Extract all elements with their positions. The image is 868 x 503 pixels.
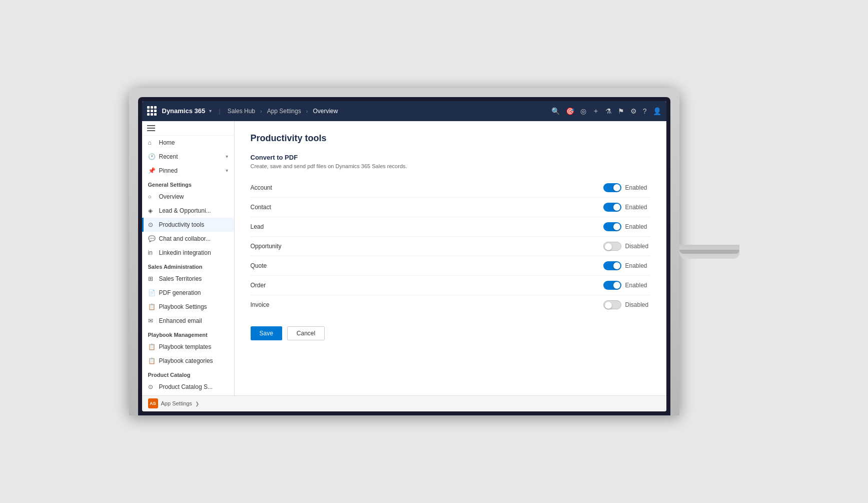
toggle-thumb <box>613 184 620 191</box>
settings-icon[interactable]: ⚙ <box>630 107 637 115</box>
sidebar-item-chat[interactable]: 💬 Chat and collabor... <box>142 232 234 246</box>
settings-row-label: Lead <box>251 223 603 230</box>
app-settings-badge: AS <box>148 398 158 408</box>
recent-chevron-icon: ▾ <box>226 154 228 159</box>
app-settings-bar-item[interactable]: AS App Settings ❯ <box>148 398 199 408</box>
sidebar-item-pinned[interactable]: 📌 Pinned ▾ <box>142 164 234 178</box>
add-icon[interactable]: ＋ <box>592 107 599 116</box>
settings-row: LeadEnabled <box>251 217 650 237</box>
cancel-button[interactable]: Cancel <box>287 326 325 340</box>
toggle-thumb <box>613 262 620 269</box>
settings-row: QuoteEnabled <box>251 256 650 276</box>
sidebar-item-product-catalog[interactable]: ⊙ Product Catalog S... <box>142 380 234 394</box>
filter-icon[interactable]: ⚗ <box>605 107 612 115</box>
settings-row: ContactEnabled <box>251 198 650 217</box>
pinned-chevron-icon: ▾ <box>226 168 228 173</box>
section-playbook-management: Playbook Management <box>142 328 234 340</box>
search-icon[interactable]: 🔍 <box>551 107 560 115</box>
sidebar-item-chat-label: Chat and collabor... <box>159 235 211 242</box>
sidebar-item-playbook-templates-label: Playbook templates <box>159 343 212 350</box>
toggle-wrapper: Enabled <box>603 281 650 290</box>
sidebar-item-linkedin[interactable]: in Linkedin integration <box>142 246 234 260</box>
location-icon[interactable]: ◎ <box>580 107 586 115</box>
app-settings-bar-label: App Settings <box>161 400 192 406</box>
top-nav-right: 🔍 🎯 ◎ ＋ ⚗ ⚑ ⚙ ? 👤 <box>551 107 661 116</box>
sidebar: ⌂ Home 🕐 Recent ▾ 📌 Pinned ▾ General Set… <box>142 121 235 395</box>
playbook-templates-icon: 📋 <box>148 343 155 350</box>
toggle-status-label: Disabled <box>625 301 650 308</box>
toggle-contact[interactable] <box>603 203 621 212</box>
settings-row: OpportunityDisabled <box>251 237 650 256</box>
email-icon: ✉ <box>148 317 155 324</box>
nav-arrow-icon: › <box>260 108 262 114</box>
toggle-wrapper: Enabled <box>603 203 650 212</box>
app-chevron-icon[interactable]: ▾ <box>209 108 212 114</box>
section-general-settings: General Settings <box>142 178 234 190</box>
chat-icon: 💬 <box>148 235 155 242</box>
help-icon[interactable]: ? <box>643 107 647 115</box>
sidebar-item-pinned-label: Pinned <box>159 167 178 174</box>
toggle-account[interactable] <box>603 183 621 192</box>
settings-row-label: Contact <box>251 204 603 211</box>
toggle-quote[interactable] <box>603 261 621 270</box>
sidebar-item-recent-label: Recent <box>159 153 178 160</box>
sidebar-item-overview-label: Overview <box>159 193 184 200</box>
settings-row-label: Order <box>251 282 603 289</box>
toggle-order[interactable] <box>603 281 621 290</box>
sidebar-item-lead[interactable]: ◈ Lead & Opportuni... <box>142 204 234 218</box>
section-title: Convert to PDF <box>251 154 650 161</box>
app-settings-chevron-icon: ❯ <box>195 401 199 406</box>
toggle-status-label: Enabled <box>625 223 650 230</box>
toggle-invoice[interactable] <box>603 300 621 309</box>
toggle-thumb <box>613 223 620 230</box>
overview-icon: ○ <box>148 193 155 200</box>
settings-row-label: Opportunity <box>251 243 603 250</box>
sidebar-item-overview[interactable]: ○ Overview <box>142 190 234 204</box>
settings-row: InvoiceDisabled <box>251 295 650 314</box>
lead-icon: ◈ <box>148 207 155 214</box>
section-sales-admin: Sales Administration <box>142 260 234 272</box>
playbook-categories-icon: 📋 <box>148 357 155 364</box>
sidebar-item-home[interactable]: ⌂ Home <box>142 136 234 150</box>
home-icon: ⌂ <box>148 139 155 146</box>
sidebar-item-playbook-settings[interactable]: 📋 Playbook Settings <box>142 300 234 314</box>
sidebar-item-pdf-generation-label: PDF generation <box>159 289 201 296</box>
productivity-icon: ⊙ <box>148 221 155 228</box>
top-nav: Dynamics 365 ▾ | Sales Hub › App Setting… <box>142 101 666 121</box>
sidebar-item-pdf-generation[interactable]: 📄 PDF generation <box>142 286 234 300</box>
breadcrumb-app-settings[interactable]: App Settings <box>267 108 301 115</box>
toggle-lead[interactable] <box>603 222 621 231</box>
toggle-wrapper: Disabled <box>603 300 650 309</box>
sidebar-item-enhanced-email[interactable]: ✉ Enhanced email <box>142 314 234 328</box>
target-icon[interactable]: 🎯 <box>566 107 574 115</box>
sidebar-item-recent[interactable]: 🕐 Recent ▾ <box>142 150 234 164</box>
settings-row-label: Quote <box>251 262 603 269</box>
bottom-bar: AS App Settings ❯ <box>142 395 666 411</box>
toggle-wrapper: Disabled <box>603 242 650 251</box>
sidebar-item-playbook-categories-label: Playbook categories <box>159 357 213 364</box>
settings-table: AccountEnabledContactEnabledLeadEnabledO… <box>251 178 650 314</box>
user-icon[interactable]: 👤 <box>653 107 661 115</box>
hamburger-icon[interactable] <box>147 125 229 131</box>
content-area: Productivity tools Convert to PDF Create… <box>235 121 666 395</box>
sidebar-item-productivity[interactable]: ⊙ Productivity tools <box>142 218 234 232</box>
pdf-icon: 📄 <box>148 289 155 296</box>
toggle-thumb <box>605 302 612 309</box>
top-nav-left: Dynamics 365 ▾ | Sales Hub › App Setting… <box>147 106 338 116</box>
sidebar-hamburger[interactable] <box>142 121 234 136</box>
waffle-icon[interactable] <box>147 106 157 116</box>
sidebar-item-playbook-templates[interactable]: 📋 Playbook templates <box>142 340 234 354</box>
toggle-thumb <box>613 204 620 211</box>
toggle-opportunity[interactable] <box>603 242 621 251</box>
laptop-base <box>679 245 739 259</box>
app-name[interactable]: Dynamics 365 <box>162 107 206 115</box>
breadcrumb-sales-hub[interactable]: Sales Hub <box>228 108 255 115</box>
toggle-wrapper: Enabled <box>603 222 650 231</box>
sidebar-item-sales-territories[interactable]: ⊞ Sales Territories <box>142 272 234 286</box>
save-button[interactable]: Save <box>251 326 282 340</box>
sidebar-item-playbook-categories[interactable]: 📋 Playbook categories <box>142 354 234 368</box>
toggle-status-label: Enabled <box>625 282 650 289</box>
recent-icon: 🕐 <box>148 153 155 160</box>
main-area: ⌂ Home 🕐 Recent ▾ 📌 Pinned ▾ General Set… <box>142 121 666 395</box>
flag-icon[interactable]: ⚑ <box>618 107 624 115</box>
